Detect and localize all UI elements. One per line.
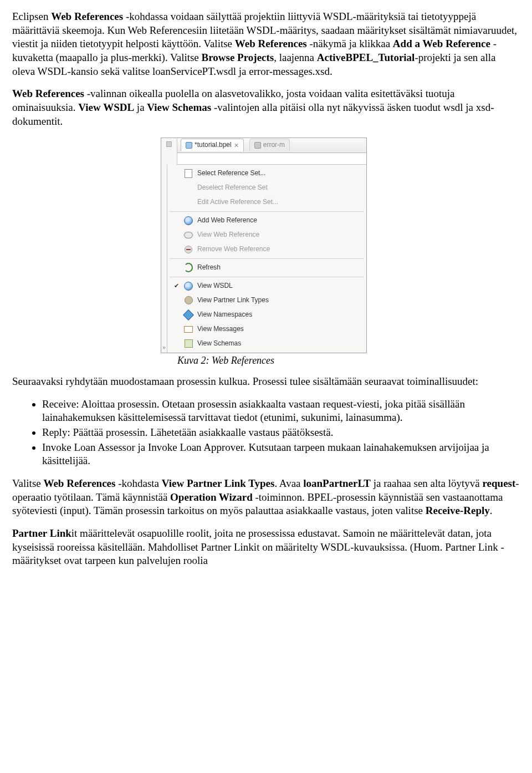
tab-label: *tutorial.bpel <box>195 141 232 150</box>
text: Eclipsen <box>12 11 51 22</box>
close-icon[interactable]: ✕ <box>234 141 239 149</box>
menu-edit-active-reference-set: Edit Active Reference Set... <box>167 195 366 210</box>
menu-label: Add Web Reference <box>197 216 257 225</box>
menu-separator <box>170 258 364 259</box>
editor-tabbar: *tutorial.bpel ✕ error-m <box>177 138 366 153</box>
list-item: Reply: Päättää prosessin. Lähetetään asi… <box>42 426 520 440</box>
paragraph-3: Seuraavaksi ryhdytään muodostamaan prose… <box>12 375 520 389</box>
term-view-schemas: View Schemas <box>147 101 211 113</box>
text: -näkymä ja klikkaa <box>307 38 393 49</box>
dropdown-menu: Select Reference Set... Deselect Referen… <box>167 165 366 353</box>
menu-view-schemas[interactable]: View Schemas <box>167 337 366 351</box>
term-web-references: Web References <box>12 88 84 99</box>
term-view-wsdl: View WSDL <box>78 101 134 113</box>
paragraph-1: Eclipsen Web References -kohdassa voidaa… <box>12 10 520 78</box>
term-loanpartnerlt: loanPartnerLT <box>303 477 371 489</box>
term-add-web-ref: Add a Web Reference <box>393 38 490 49</box>
menu-select-reference-set[interactable]: Select Reference Set... <box>167 166 366 181</box>
globe-plus-icon <box>184 216 193 225</box>
screenshot-web-references: *tutorial.bpel ✕ error-m » Select Refere… <box>161 138 367 353</box>
menu-label: View Web Reference <box>197 231 259 240</box>
term-activebpel-tutorial: ActiveBPEL_Tutorial <box>317 52 415 63</box>
message-icon <box>184 326 193 333</box>
menu-separator <box>170 277 364 277</box>
menu-view-partner-link-types[interactable]: View Partner Link Types <box>167 293 366 308</box>
menu-remove-web-reference: Remove Web Reference <box>167 242 366 257</box>
menu-label: View Schemas <box>197 339 241 348</box>
text: Valitse <box>12 477 43 489</box>
text: . Avaa <box>274 477 303 489</box>
text: ja <box>134 101 147 113</box>
globe-minus-icon <box>185 246 192 253</box>
paragraph-5: Partner Linkit määrittelevät osapuolille… <box>12 527 520 568</box>
bpel-file-icon <box>186 142 192 149</box>
text: , laajenna <box>274 52 317 63</box>
toolbar-area <box>177 153 366 165</box>
menu-label: Deselect Reference Set <box>197 184 268 192</box>
tab-tutorial-bpel[interactable]: *tutorial.bpel ✕ <box>181 139 244 151</box>
feature-list: Receive: Aloittaa prosessin. Otetaan pro… <box>12 398 520 468</box>
menu-separator <box>170 211 364 212</box>
menu-label: View Messages <box>197 325 244 334</box>
menu-label: Refresh <box>197 263 221 272</box>
term-operation-wizard: Operation Wizard <box>170 491 253 503</box>
paragraph-2: Web References -valinnan oikealla puolel… <box>12 87 520 128</box>
gutter-icon <box>166 141 172 147</box>
term-web-references: Web References <box>43 477 115 489</box>
left-gutter <box>161 138 177 165</box>
menu-label: Select Reference Set... <box>197 169 265 178</box>
text: ja raahaa sen alta löytyvä <box>371 477 483 489</box>
list-item: Receive: Aloittaa prosessin. Otetaan pro… <box>42 398 520 425</box>
expand-icon[interactable]: » <box>162 344 166 351</box>
left-rail: » <box>161 165 167 353</box>
text: . <box>490 505 493 516</box>
schema-icon <box>185 339 193 348</box>
text: -kohdasta <box>115 477 161 489</box>
term-web-references: Web References <box>51 11 123 22</box>
page-icon <box>185 169 192 178</box>
menu-add-web-reference[interactable]: Add Web Reference <box>167 213 366 228</box>
refresh-icon <box>184 263 193 272</box>
term-partner-link: Partner Link <box>12 527 71 539</box>
term-receive-reply: Receive-Reply <box>426 505 490 516</box>
menu-label: View Namespaces <box>197 311 252 319</box>
term-request: request <box>483 477 516 489</box>
term-browse-projects: Browse Projects <box>202 52 274 63</box>
figure-caption: Kuva 2: Web References <box>161 354 274 367</box>
paragraph-4: Valitse Web References -kohdasta View Pa… <box>12 477 520 518</box>
menu-label: View WSDL <box>197 282 233 291</box>
menu-label: Edit Active Reference Set... <box>197 198 278 207</box>
list-item: Invoke Loan Assessor ja Invoke Loan Appr… <box>42 441 520 468</box>
partner-icon <box>185 296 193 304</box>
figure-2: *tutorial.bpel ✕ error-m » Select Refere… <box>161 138 371 367</box>
menu-label: View Partner Link Types <box>197 296 269 305</box>
globe-icon <box>184 282 193 291</box>
file-icon <box>254 142 261 149</box>
check-icon: ✔ <box>173 282 180 289</box>
menu-refresh[interactable]: Refresh <box>167 261 366 275</box>
term-web-references: Web References <box>235 38 307 49</box>
namespace-icon <box>183 309 194 321</box>
menu-view-messages[interactable]: View Messages <box>167 322 366 337</box>
menu-view-web-reference: View Web Reference <box>167 228 366 242</box>
menu-label: Remove Web Reference <box>197 245 270 254</box>
menu-view-namespaces[interactable]: View Namespaces <box>167 308 366 322</box>
text: it määrittelevät osapuolille roolit, joi… <box>12 527 504 566</box>
menu-view-wsdl[interactable]: ✔ View WSDL <box>167 279 366 293</box>
tab-label: error-m <box>263 141 285 150</box>
eye-icon <box>184 232 193 238</box>
tab-error-m[interactable]: error-m <box>249 139 290 151</box>
menu-deselect-reference-set: Deselect Reference Set <box>167 181 366 195</box>
term-view-plt: View Partner Link Types <box>162 477 275 489</box>
